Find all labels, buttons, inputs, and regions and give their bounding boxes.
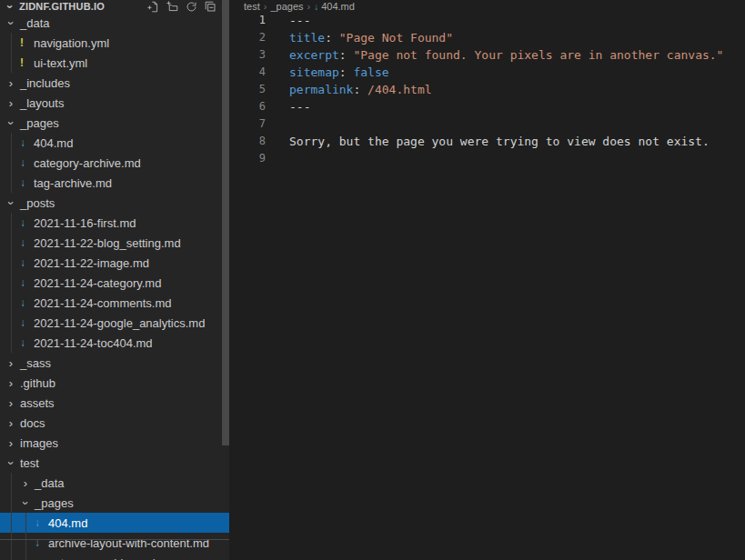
tree-item[interactable]: ↓archive-layout-with-content.md <box>0 533 229 553</box>
sidebar-scrollbar[interactable] <box>222 0 229 445</box>
tree-item[interactable]: ↓2021-11-24-comments.md <box>0 293 229 313</box>
tree-item[interactable]: ↓2021-11-16-first.md <box>0 213 229 233</box>
folder-caret-icon[interactable]: › <box>4 437 18 449</box>
line-number: 9 <box>229 150 266 167</box>
indent-guide <box>11 273 12 293</box>
tree-item[interactable]: ›_pages <box>0 493 229 513</box>
folder-caret-icon[interactable]: › <box>4 97 18 109</box>
code-line[interactable]: 5permalink: /404.html <box>229 81 745 98</box>
breadcrumb-item[interactable]: test <box>244 1 260 12</box>
tree-item[interactable]: ›_layouts <box>0 93 229 113</box>
line-number: 2 <box>229 29 266 46</box>
folder-caret-icon[interactable]: › <box>4 357 18 369</box>
explorer-toolbar <box>146 0 229 13</box>
breadcrumb-item[interactable]: ↓404.md <box>314 1 355 12</box>
tree-item-label: _sass <box>18 356 51 370</box>
tree-item[interactable]: ↓2021-11-22-blog_setting.md <box>0 233 229 253</box>
markdown-icon: ↓ <box>33 556 46 560</box>
code-line-content <box>266 150 289 167</box>
code-line[interactable]: 8Sorry, but the page you were trying to … <box>229 133 745 150</box>
tree-item-label: _data <box>18 16 50 30</box>
indent-guide <box>11 33 12 53</box>
tree-item-label: images <box>18 436 58 450</box>
code-line[interactable]: 1--- <box>229 12 745 29</box>
tree-item[interactable]: !ui-text.yml <box>0 53 229 73</box>
refresh-icon[interactable] <box>185 0 197 13</box>
tree-item[interactable]: ›images <box>0 433 229 453</box>
code-line-content: --- <box>266 12 310 29</box>
tree-item[interactable]: ›_data <box>0 13 229 33</box>
new-folder-icon[interactable] <box>166 0 178 13</box>
code-line-content: title: "Page Not Found" <box>266 29 453 46</box>
tree-item[interactable]: ↓2021-11-24-google_analytics.md <box>0 313 229 333</box>
tree-item[interactable]: ›assets <box>0 393 229 413</box>
folder-caret-icon[interactable]: › <box>20 495 32 510</box>
tree-item-label: docs <box>18 416 45 430</box>
tree-item[interactable]: ›test <box>0 453 229 473</box>
line-number: 5 <box>229 81 266 98</box>
code-line[interactable]: 3excerpt: "Page not found. Your pixels a… <box>229 46 745 64</box>
folder-caret-icon[interactable]: › <box>5 455 17 470</box>
folder-caret-icon[interactable]: › <box>18 477 33 489</box>
breadcrumb-separator-icon: › <box>307 1 311 12</box>
collapse-all-icon[interactable] <box>204 0 216 13</box>
tree-item[interactable]: ›docs <box>0 413 229 433</box>
folder-caret-icon[interactable]: › <box>4 417 18 429</box>
tree-item[interactable]: ›_pages <box>0 113 229 133</box>
tree-item-label: 2021-11-22-image.md <box>32 256 149 270</box>
code-line[interactable]: 4sitemap: false <box>229 64 745 81</box>
tree-item[interactable]: ↓2021-11-24-toc404.md <box>0 333 229 353</box>
folder-caret-icon[interactable]: › <box>5 195 17 210</box>
new-file-icon[interactable] <box>146 0 159 13</box>
folder-caret-icon[interactable]: › <box>4 397 18 409</box>
section-caret-icon[interactable]: › <box>5 0 16 14</box>
tree-item-label: _pages <box>33 496 74 510</box>
markdown-icon: ↓ <box>18 136 32 149</box>
indent-guide <box>11 513 12 533</box>
code-line[interactable]: 9 <box>229 150 745 167</box>
code-line[interactable]: 6--- <box>229 98 745 115</box>
tree-item-label: 2021-11-24-category.md <box>32 276 161 290</box>
code-line-content: --- <box>266 98 310 115</box>
tree-item-label: _includes <box>18 76 70 90</box>
folder-caret-icon[interactable]: › <box>5 15 17 30</box>
tree-item[interactable]: ›.github <box>0 373 229 393</box>
tree-item[interactable]: ↓2021-11-24-category.md <box>0 273 229 293</box>
breadcrumb-item[interactable]: _pages <box>270 1 303 12</box>
tree-item[interactable]: ↓tag-archive.md <box>0 173 229 193</box>
tree-item[interactable]: ›_posts <box>0 193 229 213</box>
tree-item-label: 2021-11-16-first.md <box>32 216 136 230</box>
code-line[interactable]: 2title: "Page Not Found" <box>229 29 745 46</box>
markdown-icon: ↓ <box>18 256 32 269</box>
tree-item-label: _layouts <box>18 96 64 110</box>
tree-item[interactable]: ›_sass <box>0 353 229 373</box>
tree-item-label: test <box>18 456 39 470</box>
tree-item-label: assets <box>18 396 55 410</box>
indent-guide <box>11 53 12 73</box>
indent-guide <box>11 293 12 313</box>
tree-item[interactable]: ›_includes <box>0 73 229 93</box>
tree-item-label: ui-text.yml <box>32 56 87 70</box>
folder-caret-icon[interactable]: › <box>4 77 18 89</box>
indent-guide <box>11 313 12 333</box>
tree-item[interactable]: !navigation.yml <box>0 33 229 53</box>
code-line-content: permalink: /404.html <box>266 81 432 98</box>
indent-guide <box>11 553 12 560</box>
code-line[interactable]: 7 <box>229 115 745 133</box>
breadcrumb-label: 404.md <box>321 1 355 12</box>
tree-item-label: archive-layout-with-content.md <box>46 536 209 550</box>
folder-caret-icon[interactable]: › <box>5 115 17 130</box>
tree-item[interactable]: ↓404.md <box>0 513 229 533</box>
markdown-icon: ↓ <box>18 316 32 329</box>
folder-caret-icon[interactable]: › <box>4 377 18 389</box>
line-number: 4 <box>229 64 266 81</box>
markdown-icon: ↓ <box>18 296 32 309</box>
tree-item[interactable]: ↓category-archive.md <box>0 153 229 173</box>
explorer-section-header[interactable]: › ZIDNF.GITHUB.IO <box>0 0 229 13</box>
tree-item[interactable]: ›_data <box>0 473 229 493</box>
tree-item[interactable]: ↓category-archive.md <box>0 553 229 560</box>
tree-item[interactable]: ↓404.md <box>0 133 229 153</box>
explorer-sidebar: › ZIDNF.GITHUB.IO ›_data!navigation.yml!… <box>0 0 229 560</box>
code-area[interactable]: 1---2title: "Page Not Found"3excerpt: "P… <box>229 12 745 560</box>
tree-item[interactable]: ↓2021-11-22-image.md <box>0 253 229 273</box>
